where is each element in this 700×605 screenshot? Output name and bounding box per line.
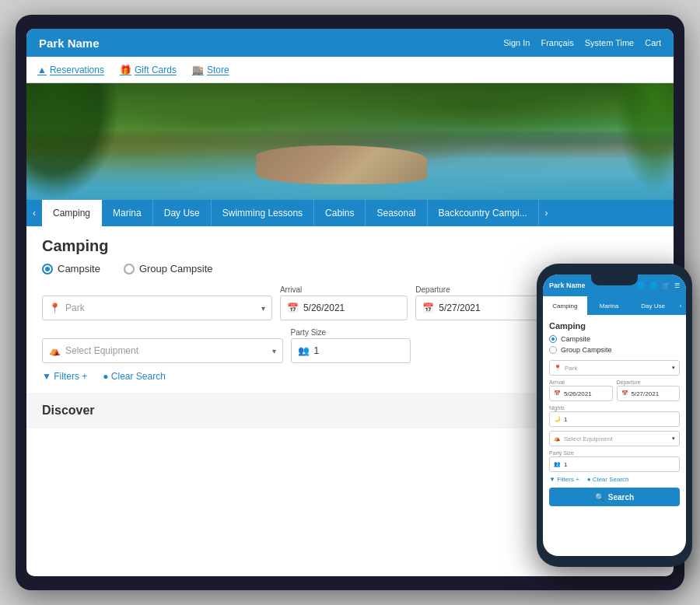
phone-moon-icon: 🌙	[554, 416, 561, 422]
site-title: Park Name	[39, 37, 100, 50]
clear-search-link[interactable]: ● Clear Search	[103, 371, 166, 382]
equipment-dropdown-arrow: ▾	[272, 347, 276, 355]
phone-people-icon: 👥	[554, 461, 561, 467]
cart-link[interactable]: Cart	[645, 38, 661, 47]
language-link[interactable]: Français	[541, 38, 573, 47]
phone-notch	[591, 275, 638, 285]
departure-field: Departure 📅 5/27/2021	[415, 285, 543, 320]
phone-search-button[interactable]: 🔍 Search	[549, 488, 680, 506]
equipment-field: ⛺ Select Equipment ▾	[42, 338, 283, 363]
phone-equipment-row: ⛺ Select Equipment ▾	[549, 431, 680, 446]
tabs-next-arrow[interactable]: ›	[539, 200, 555, 226]
hero-rock	[256, 145, 427, 184]
phone-dep-cal-icon: 📅	[621, 390, 628, 397]
tabs-prev-arrow[interactable]: ‹	[26, 200, 42, 226]
tent-icon: ⛺	[49, 345, 61, 356]
phone-nights-input[interactable]: 🌙 1	[549, 411, 680, 427]
sign-in-link[interactable]: Sign In	[503, 38, 530, 47]
phone-departure-input[interactable]: 📅 5/27/2021	[617, 386, 681, 401]
filters-link[interactable]: ▼ Filters +	[42, 371, 87, 382]
top-bar-actions: Sign In Français System Time Cart	[503, 38, 661, 47]
top-bar: Park Name Sign In Français System Time C…	[26, 29, 674, 57]
system-time-link[interactable]: System Time	[585, 38, 635, 47]
phone-party-input[interactable]: 👥 1	[549, 456, 680, 472]
phone-tab-day-use[interactable]: Day Use	[631, 296, 675, 315]
phone-park-input[interactable]: 📍 Park ▾	[549, 360, 680, 376]
tab-marina[interactable]: Marina	[102, 200, 153, 226]
phone-screen: Park Name 🌐 🌐 🛒 ☰ Camping Marina Day Use	[543, 275, 686, 556]
phone-tabs: Camping Marina Day Use ›	[543, 296, 686, 315]
phone-campsite-type: Campsite Group Campsite	[549, 335, 680, 354]
nav-bar: ▲ Reservations 🎁 Gift Cards 🏬 Store	[26, 57, 674, 83]
phone-group-radio[interactable]: Group Campsite	[549, 346, 680, 354]
phone-page-title: Camping	[549, 321, 680, 330]
phone-arrival-input[interactable]: 📅 5/26/2021	[549, 386, 613, 401]
phone-cal-icon: 📅	[554, 390, 561, 397]
phone-filters-row: ▼ Filters + ● Clear Search	[549, 476, 680, 483]
people-icon: 👥	[298, 345, 310, 356]
tab-seasonal[interactable]: Seasonal	[366, 200, 427, 226]
phone-tab-camping[interactable]: Camping	[543, 296, 587, 315]
park-field: 📍 Park ▾	[42, 296, 272, 320]
phone-park-row: 📍 Park ▾	[549, 360, 680, 376]
tab-camping[interactable]: Camping	[42, 200, 102, 226]
arrival-field: Arrival 📅 5/26/2021	[280, 285, 408, 320]
hero-image	[26, 83, 674, 200]
phone-campsite-radio[interactable]: Campsite	[549, 335, 680, 343]
tab-cabins[interactable]: Cabins	[314, 200, 366, 226]
campsite-radio-circle	[42, 264, 53, 275]
nav-item-gift-cards[interactable]: 🎁 Gift Cards	[120, 65, 177, 75]
phone-tab-marina[interactable]: Marina	[587, 296, 632, 315]
phone-nights-row: Nights 🌙 1	[549, 405, 680, 427]
phone-device: Park Name 🌐 🌐 🛒 ☰ Camping Marina Day Use	[537, 264, 692, 567]
party-size-field: Party Size 👥 1	[291, 328, 411, 363]
phone-content: Camping Campsite Group Campsite 📍	[543, 315, 686, 512]
party-size-input[interactable]: 👥 1	[291, 338, 411, 363]
nav-item-store[interactable]: 🏬 Store	[192, 65, 229, 75]
equipment-input[interactable]: ⛺ Select Equipment ▾	[42, 338, 283, 363]
reservations-icon: ▲	[37, 65, 47, 75]
phone-clear-search[interactable]: ● Clear Search	[587, 476, 629, 483]
arrival-input[interactable]: 📅 5/26/2021	[280, 296, 408, 320]
phone-tabs-more[interactable]: ›	[675, 296, 686, 315]
phone-top-icons: 🌐 🌐 🛒 ☰	[637, 282, 680, 289]
tablet-device: Park Name Sign In Français System Time C…	[16, 15, 684, 590]
calendar-icon: 📅	[287, 302, 299, 313]
hero-tree-left	[26, 83, 120, 200]
group-campsite-radio-circle	[124, 264, 135, 275]
phone-group-circle	[549, 346, 557, 354]
phone-menu-icon[interactable]: ☰	[674, 282, 680, 289]
departure-input[interactable]: 📅 5/27/2021	[415, 296, 543, 320]
phone-location-icon: 📍	[554, 365, 562, 372]
phone-cart-icon: 🛒	[662, 282, 670, 289]
tab-backcountry[interactable]: Backcountry Campi...	[428, 200, 539, 226]
store-icon: 🏬	[192, 65, 204, 75]
hero-tree-right	[611, 83, 674, 200]
phone-party-row: Party Size 👥 1	[549, 450, 680, 472]
phone-campsite-circle	[549, 335, 557, 343]
phone-arrival-field: Arrival 📅 5/26/2021	[549, 379, 613, 401]
phone-globe-icon: 🌐	[637, 282, 645, 289]
departure-calendar-icon: 📅	[422, 302, 434, 313]
phone-globe2-icon: 🌐	[649, 282, 657, 289]
gift-cards-icon: 🎁	[120, 65, 131, 75]
group-campsite-radio[interactable]: Group Campsite	[124, 263, 213, 275]
location-icon: 📍	[49, 302, 61, 313]
phone-date-row: Arrival 📅 5/26/2021 Departure 📅 5/27/202…	[549, 379, 680, 401]
page-title: Camping	[42, 237, 658, 255]
tab-swimming-lessons[interactable]: Swimming Lessons	[212, 200, 314, 226]
phone-equip-arrow: ▾	[672, 435, 675, 442]
phone-title: Park Name	[549, 282, 586, 289]
category-tabs: ‹ Camping Marina Day Use Swimming Lesson…	[26, 200, 674, 226]
phone-equipment-input[interactable]: ⛺ Select Equipment ▾	[549, 431, 680, 446]
campsite-radio[interactable]: Campsite	[42, 263, 100, 275]
nav-item-reservations[interactable]: ▲ Reservations	[37, 65, 104, 75]
tab-day-use[interactable]: Day Use	[153, 200, 212, 226]
park-dropdown-arrow: ▾	[261, 304, 265, 313]
phone-departure-field: Departure 📅 5/27/2021	[617, 379, 681, 401]
phone-search-icon: 🔍	[595, 493, 604, 502]
park-input[interactable]: 📍 Park ▾	[42, 296, 272, 320]
phone-filters-link[interactable]: ▼ Filters +	[549, 476, 579, 483]
phone-tent-icon: ⛺	[554, 435, 561, 442]
phone-park-arrow: ▾	[672, 365, 675, 371]
